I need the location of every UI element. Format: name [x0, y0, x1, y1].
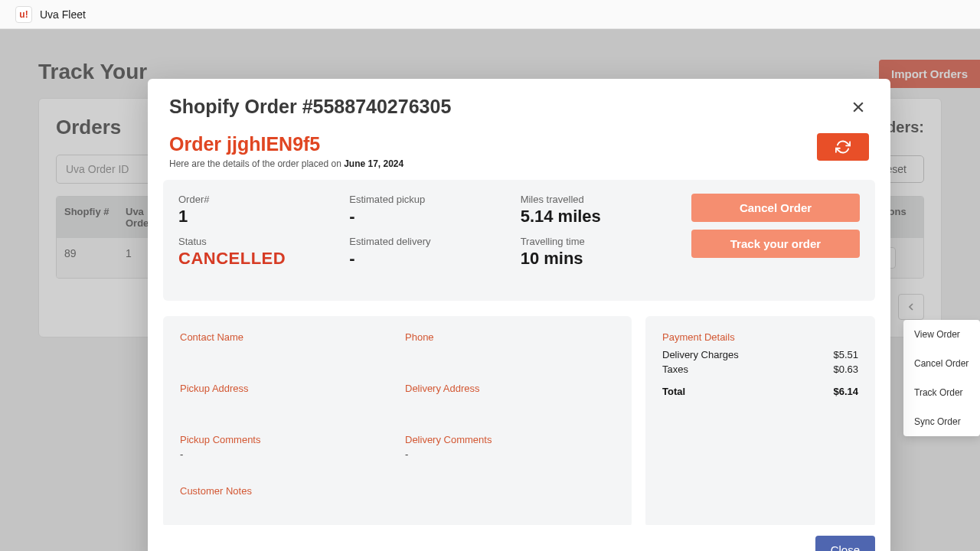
- time-label: Travelling time: [521, 236, 676, 247]
- total-value: $6.14: [833, 386, 858, 397]
- menu-sync-order[interactable]: Sync Order: [903, 407, 980, 436]
- import-orders-button[interactable]: Import Orders: [879, 60, 980, 88]
- brand-name: Uva Fleet: [40, 8, 86, 21]
- chevron-left-icon: [905, 301, 917, 313]
- status-value: CANCELLED: [178, 249, 334, 269]
- row-context-menu: View Order Cancel Order Track Order Sync…: [903, 320, 980, 436]
- delivery-comments-label: Delivery Comments: [405, 434, 615, 445]
- delivery-comments-value: -: [405, 448, 615, 461]
- pickup-value: -: [349, 207, 505, 227]
- order-name: Order jjghIEN9f5: [169, 133, 403, 155]
- pickup-address-value: [180, 397, 390, 409]
- pickup-address-label: Pickup Address: [180, 383, 390, 394]
- miles-value: 5.14 miles: [521, 207, 676, 227]
- taxes-value: $0.63: [833, 364, 858, 375]
- pickup-comments-label: Pickup Comments: [180, 434, 390, 445]
- modal-title: Shopify Order #5588740276305: [169, 96, 451, 118]
- taxes-label: Taxes: [662, 364, 688, 375]
- charges-label: Delivery Charges: [662, 349, 739, 360]
- delivery-address-label: Delivery Address: [405, 383, 615, 394]
- close-icon[interactable]: [848, 96, 869, 118]
- customer-notes-value: [180, 500, 615, 512]
- refresh-icon: [835, 139, 851, 155]
- payment-title: Payment Details: [662, 331, 858, 343]
- delivery-address-value: [405, 397, 615, 409]
- charges-value: $5.51: [833, 349, 858, 360]
- details-panel: Contact Name Phone Pickup Address Delive…: [163, 316, 632, 525]
- close-button[interactable]: Close: [815, 536, 875, 551]
- brand-logo: u!: [15, 6, 32, 23]
- total-label: Total: [662, 386, 685, 397]
- phone-value: [405, 346, 615, 358]
- time-value: 10 mins: [521, 249, 676, 269]
- contact-name-label: Contact Name: [180, 331, 390, 343]
- cell-shopify: 89: [57, 238, 118, 278]
- customer-notes-label: Customer Notes: [180, 485, 615, 497]
- delivery-label: Estimated delivery: [349, 236, 505, 247]
- topbar: u! Uva Fleet: [0, 0, 980, 29]
- pickup-label: Estimated pickup: [349, 194, 505, 205]
- summary-panel: Order# 1 Status CANCELLED Estimated pick…: [163, 180, 875, 301]
- pickup-comments-value: -: [180, 448, 390, 461]
- phone-label: Phone: [405, 331, 615, 343]
- order-modal: Shopify Order #5588740276305 Order jjghI…: [148, 79, 890, 551]
- order-subtext: Here are the details of the order placed…: [169, 158, 403, 169]
- prev-page-button[interactable]: [898, 294, 924, 320]
- refresh-button[interactable]: [817, 133, 869, 161]
- order-num-value: 1: [178, 207, 334, 227]
- page-body: Track Your Import Orders Orders Total Or…: [0, 29, 980, 551]
- menu-cancel-order[interactable]: Cancel Order: [903, 349, 980, 378]
- track-order-button[interactable]: Track your order: [691, 230, 860, 258]
- cancel-order-button[interactable]: Cancel Order: [691, 194, 860, 222]
- status-label: Status: [178, 236, 334, 247]
- miles-label: Miles travelled: [521, 194, 676, 205]
- payment-panel: Payment Details Delivery Charges $5.51 T…: [645, 316, 875, 525]
- menu-view-order[interactable]: View Order: [903, 320, 980, 349]
- delivery-value: -: [349, 249, 505, 269]
- uva-order-id-input[interactable]: [56, 155, 155, 184]
- order-num-label: Order#: [178, 194, 334, 205]
- card-title: Orders: [56, 116, 121, 139]
- menu-track-order[interactable]: Track Order: [903, 378, 980, 407]
- col-shopify: Shopfiy #: [57, 197, 118, 238]
- contact-name-value: [180, 346, 390, 358]
